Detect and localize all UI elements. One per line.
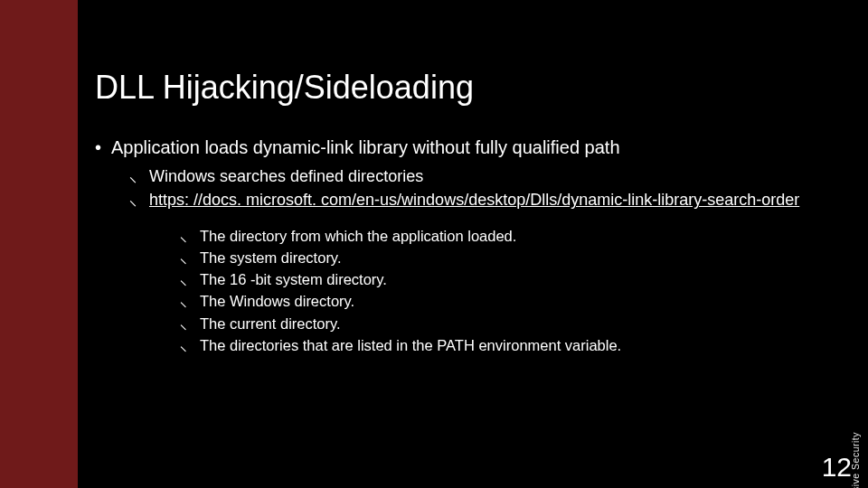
bullet-level1: • Application loads dynamic-link library… — [95, 136, 841, 355]
bullet-level3: ⸜ The directory from which the applicati… — [180, 226, 841, 246]
squiggle-icon: ⸜ — [180, 314, 187, 332]
level2-list: ⸜ Windows searches defined directories ⸜… — [129, 165, 841, 355]
bullet-level3-text: The Windows directory. — [200, 293, 354, 309]
bullet-level3: ⸜ The Windows directory. — [180, 291, 841, 311]
accent-bar — [0, 0, 78, 488]
bullet-dot-icon: • — [95, 136, 101, 160]
bullet-level2: ⸜ Windows searches defined directories — [129, 165, 841, 187]
slide: DLL Hijacking/Sideloading • Application … — [0, 0, 868, 488]
content-area: DLL Hijacking/Sideloading • Application … — [95, 0, 841, 488]
bullet-level3-text: The 16 -bit system directory. — [200, 271, 387, 287]
bullet-level2: ⸜ https: //docs. microsoft. com/en-us/wi… — [129, 189, 841, 211]
squiggle-icon: ⸜ — [180, 269, 187, 287]
docs-link[interactable]: https: //docs. microsoft. com/en-us/wind… — [149, 191, 799, 209]
bullet-level3-text: The directories that are listed in the P… — [200, 337, 621, 353]
level3-list: ⸜ The directory from which the applicati… — [180, 226, 841, 356]
bullet-level3: ⸜ The directories that are listed in the… — [180, 335, 841, 355]
bullet-level3-text: The current directory. — [200, 315, 341, 332]
squiggle-icon: ⸜ — [129, 165, 137, 185]
page-number: 12 — [822, 452, 852, 483]
slide-title: DLL Hijacking/Sideloading — [95, 69, 474, 107]
bullet-level2-text: Windows searches defined directories — [149, 167, 423, 185]
squiggle-icon: ⸜ — [180, 248, 187, 266]
bullet-level1-text: Application loads dynamic-link library w… — [111, 137, 620, 157]
bullet-level3: ⸜ The system directory. — [180, 248, 841, 267]
bullet-level3-text: The system directory. — [200, 249, 341, 266]
bullet-level3: ⸜ The current directory. — [180, 314, 841, 333]
squiggle-icon: ⸜ — [180, 335, 187, 353]
bullet-level3: ⸜ The 16 -bit system directory. — [180, 269, 841, 289]
squiggle-icon: ⸜ — [180, 291, 187, 309]
bullet-level3-text: The directory from which the application… — [200, 228, 516, 244]
squiggle-icon: ⸜ — [129, 189, 137, 209]
slide-body: • Application loads dynamic-link library… — [95, 136, 841, 364]
squiggle-icon: ⸜ — [180, 226, 187, 244]
